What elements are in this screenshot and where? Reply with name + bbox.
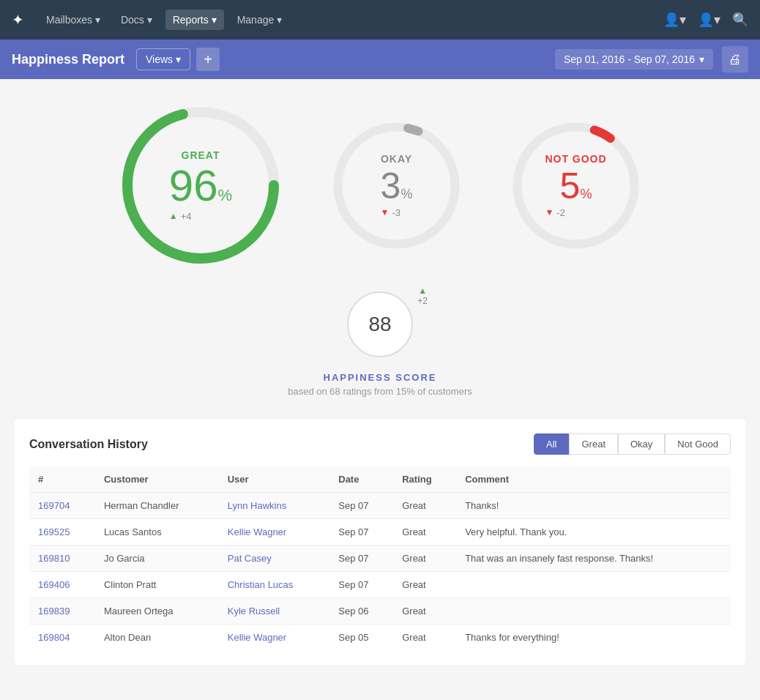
user-link[interactable]: Kellie Wagner [228,632,286,643]
cell-comment: Thanks! [456,493,731,519]
happiness-score-desc: based on 68 ratings from 15% of customer… [15,386,745,397]
cell-customer: Maureen Ortega [95,598,219,625]
conversation-header: Conversation History All Great Okay Not … [29,433,731,455]
cell-id: 169804 [29,625,95,651]
cell-id: 169406 [29,572,95,598]
cell-comment: Thanks for everything! [456,625,731,651]
cell-rating: Great [393,493,456,519]
cell-comment: That was an insanely fast response. Than… [456,546,731,572]
notgood-gauge-ring: NOT GOOD 5 % ▼ -2 [508,118,644,253]
search-icon[interactable]: 🔍 [732,12,748,28]
logo[interactable]: ✦ [12,11,24,29]
conversation-link[interactable]: 169525 [38,526,70,537]
table-row: 169525 Lucas Santos Kellie Wagner Sep 07… [29,519,731,546]
conversation-link[interactable]: 169704 [38,500,70,511]
cell-user: Pat Casey [219,546,330,572]
great-gauge: GREAT 96 % ▲ +4 [116,101,285,269]
sub-nav: Happiness Report Views ▾ + Sep 01, 2016 … [0,40,760,79]
cell-rating: Great [393,598,456,625]
nav-manage[interactable]: Manage ▾ [230,10,289,30]
cell-date: Sep 07 [329,546,393,572]
table-header-row: # Customer User Date Rating Comment [29,466,731,493]
table-row: 169839 Maureen Ortega Kyle Russell Sep 0… [29,598,731,625]
cell-user: Kellie Wagner [219,625,330,651]
okay-gauge: OKAY 3 % ▼ -3 [329,118,464,253]
cell-rating: Great [393,519,456,546]
cell-customer: Lucas Santos [95,519,219,546]
date-range-picker[interactable]: Sep 01, 2016 - Sep 07, 2016 ▾ [555,49,713,70]
agent-icon[interactable]: 👤▾ [663,12,686,28]
okay-pct: % [401,187,412,202]
score-up-arrow-icon: ▲ [418,286,427,296]
filter-great-button[interactable]: Great [569,433,618,455]
col-header-date: Date [329,466,393,493]
user-link[interactable]: Lynn Hawkins [228,500,286,511]
user-link[interactable]: Kellie Wagner [228,526,286,537]
user-link[interactable]: Pat Casey [228,553,272,564]
great-pct: % [218,186,233,205]
conversation-table: # Customer User Date Rating Comment 1697… [29,466,731,650]
col-header-user: User [219,466,330,493]
cell-id: 169810 [29,546,95,572]
cell-comment: Very helpful. Thank you. [456,519,731,546]
print-button[interactable]: 🖨 [722,46,748,72]
score-delta: ▲ +2 [417,286,428,306]
gauges-row: GREAT 96 % ▲ +4 [15,101,745,269]
up-arrow-icon: ▲ [169,211,178,221]
notgood-delta: ▼ -2 [545,207,606,218]
notgood-value: 5 [560,168,581,204]
user-icon[interactable]: 👤▾ [698,12,720,28]
cell-date: Sep 05 [329,625,393,651]
cell-customer: Clinton Pratt [95,572,219,598]
down-arrow-icon: ▼ [381,207,390,217]
cell-comment [456,598,731,625]
cell-user: Kyle Russell [219,598,330,625]
cell-customer: Jo Garcia [95,546,219,572]
conversation-link[interactable]: 169810 [38,553,70,564]
cell-rating: Great [393,572,456,598]
col-header-rating: Rating [393,466,456,493]
cell-customer: Herman Chandler [95,493,219,519]
filter-okay-button[interactable]: Okay [618,433,665,455]
table-row: 169810 Jo Garcia Pat Casey Sep 07 Great … [29,546,731,572]
conversation-link[interactable]: 169839 [38,606,70,617]
main-content: GREAT 96 % ▲ +4 [0,79,760,687]
col-header-comment: Comment [456,466,731,493]
great-delta: ▲ +4 [169,211,232,222]
cell-rating: Great [393,625,456,651]
cell-id: 169839 [29,598,95,625]
conversation-link[interactable]: 169406 [38,579,70,590]
okay-value: 3 [381,168,401,204]
cell-date: Sep 07 [329,519,393,546]
cell-date: Sep 06 [329,598,393,625]
views-dropdown[interactable]: Views ▾ [136,48,190,70]
table-row: 169804 Alton Dean Kellie Wagner Sep 05 G… [29,625,731,651]
cell-comment [456,572,731,598]
conversation-history-section: Conversation History All Great Okay Not … [15,419,745,665]
user-link[interactable]: Christian Lucas [228,579,294,590]
user-link[interactable]: Kyle Russell [228,606,280,617]
conversation-link[interactable]: 169804 [38,632,70,643]
nav-mailboxes[interactable]: Mailboxes ▾ [39,10,108,30]
great-label: GREAT [169,149,232,161]
nav-reports[interactable]: Reports ▾ [165,10,224,30]
page-title: Happiness Report [12,52,124,67]
notgood-pct: % [580,187,592,202]
conversation-title: Conversation History [29,438,534,451]
cell-id: 169525 [29,519,95,546]
cell-user: Kellie Wagner [219,519,330,546]
cell-customer: Alton Dean [95,625,219,651]
filter-all-button[interactable]: All [534,433,569,455]
happiness-score-label: HAPPINESS SCORE [15,372,745,383]
notgood-label: NOT GOOD [545,153,606,165]
great-gauge-ring: GREAT 96 % ▲ +4 [116,101,285,269]
cell-date: Sep 07 [329,572,393,598]
down-arrow-icon-2: ▼ [545,207,554,217]
nav-docs[interactable]: Docs ▾ [113,10,160,30]
cell-id: 169704 [29,493,95,519]
add-view-button[interactable]: + [196,48,220,71]
table-row: 169704 Herman Chandler Lynn Hawkins Sep … [29,493,731,519]
okay-delta: ▼ -3 [381,207,413,218]
col-header-id: # [29,466,95,493]
filter-notgood-button[interactable]: Not Good [665,433,731,455]
